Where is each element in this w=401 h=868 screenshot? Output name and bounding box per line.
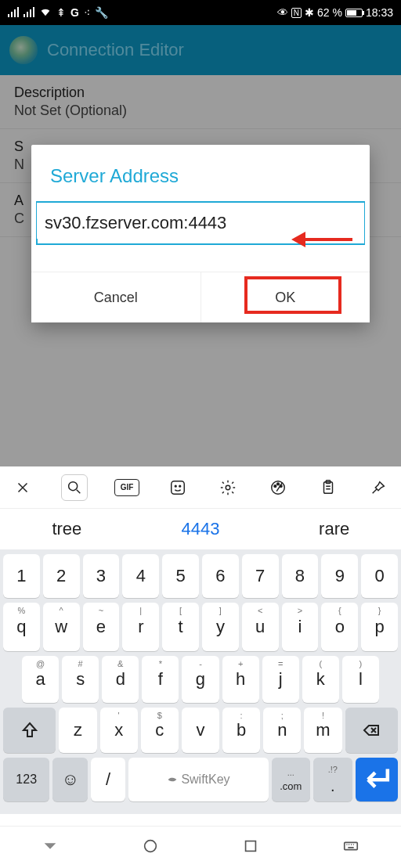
cancel-button[interactable]: Cancel	[31, 272, 201, 322]
key-e[interactable]: ~e	[83, 603, 120, 651]
svg-point-3	[179, 485, 181, 487]
svg-point-11	[145, 840, 157, 852]
key-8[interactable]: 8	[282, 554, 319, 598]
key-space[interactable]: SwiftKey	[128, 758, 268, 801]
key-dotcom[interactable]: ....com	[272, 758, 310, 801]
key-5[interactable]: 5	[162, 554, 199, 598]
eye-icon: 👁	[277, 6, 288, 19]
nav-home[interactable]	[142, 837, 159, 858]
key-m[interactable]: !m	[304, 708, 341, 753]
svg-point-6	[274, 484, 276, 487]
keyboard-container: GIF tree 4443 rare 1 2 3 4 5 6 7 8 9 0 %…	[0, 466, 401, 814]
status-time: 18:33	[366, 6, 393, 19]
theme-icon[interactable]	[266, 476, 290, 499]
g-icon: G	[70, 6, 79, 19]
svg-point-7	[277, 483, 280, 485]
key-g[interactable]: -g	[182, 656, 219, 703]
description-value: Not Set (Optional)	[14, 103, 387, 119]
suggestion-1[interactable]: tree	[0, 519, 134, 539]
navigation-bar	[0, 826, 401, 868]
key-period[interactable]: .!?.	[313, 758, 352, 801]
key-i[interactable]: >i	[282, 603, 319, 651]
svg-point-0	[69, 481, 78, 490]
settings-icon[interactable]	[216, 476, 240, 499]
key-6[interactable]: 6	[202, 554, 239, 598]
key-emoji[interactable]: ☺	[52, 758, 88, 801]
svg-point-2	[175, 485, 176, 487]
wrench-icon: 🔧	[95, 6, 108, 19]
key-2[interactable]: 2	[43, 554, 80, 598]
key-w[interactable]: ^w	[43, 603, 80, 651]
wifi-icon	[39, 5, 52, 20]
nav-keyboard-icon[interactable]	[342, 837, 359, 858]
key-x[interactable]: 'x	[100, 708, 138, 753]
bluetooth-icon: ✱	[305, 6, 314, 19]
search-icon[interactable]	[61, 474, 88, 501]
key-backspace[interactable]	[345, 708, 398, 753]
close-icon[interactable]	[11, 476, 34, 499]
dialog-title: Server Address	[31, 145, 370, 201]
key-h[interactable]: +h	[222, 656, 259, 703]
suggestion-2[interactable]: 4443	[134, 519, 268, 539]
key-enter[interactable]	[356, 758, 398, 801]
signal-icon-2	[23, 8, 34, 17]
key-z[interactable]: z	[59, 708, 96, 753]
key-s[interactable]: #s	[62, 656, 99, 703]
key-p[interactable]: }p	[361, 603, 398, 651]
key-9[interactable]: 9	[321, 554, 358, 598]
svg-rect-13	[345, 842, 358, 849]
key-o[interactable]: {o	[321, 603, 358, 651]
keyboard: 1 2 3 4 5 6 7 8 9 0 %q ^w ~e |r [t ]y <u…	[0, 549, 401, 814]
dots-icon: ⁖	[84, 6, 90, 19]
svg-rect-1	[172, 481, 185, 494]
clipboard-icon[interactable]	[316, 476, 340, 499]
key-l[interactable]: )l	[342, 656, 379, 703]
key-c[interactable]: $c	[141, 708, 179, 753]
ok-button[interactable]: OK	[201, 272, 370, 322]
key-v[interactable]: v	[182, 708, 219, 753]
key-n[interactable]: ;n	[263, 708, 301, 753]
svg-rect-12	[246, 841, 256, 851]
key-4[interactable]: 4	[122, 554, 159, 598]
pin-icon[interactable]	[367, 476, 390, 499]
keyboard-toolbar: GIF	[0, 466, 401, 509]
status-bar: ⇞ G ⁖ 🔧 👁 N ✱ 62 % 18:33	[0, 0, 401, 25]
key-d[interactable]: &d	[102, 656, 139, 703]
server-address-input[interactable]	[37, 213, 364, 233]
svg-point-4	[226, 485, 230, 490]
key-q[interactable]: %q	[3, 603, 40, 651]
key-r[interactable]: |r	[122, 603, 159, 651]
battery-pct: 62 %	[317, 6, 342, 19]
nav-back[interactable]	[42, 837, 59, 858]
key-t[interactable]: [t	[162, 603, 199, 651]
battery-icon	[345, 9, 363, 17]
upload-icon: ⇞	[56, 6, 66, 19]
suggestion-3[interactable]: rare	[267, 519, 401, 539]
key-f[interactable]: *f	[142, 656, 179, 703]
gif-icon[interactable]: GIF	[114, 479, 139, 496]
suggestion-bar: tree 4443 rare	[0, 509, 401, 549]
signal-icon	[8, 8, 19, 17]
nfc-icon: N	[291, 8, 302, 18]
key-j[interactable]: =j	[262, 656, 299, 703]
description-label: Description	[14, 85, 387, 101]
nav-recent[interactable]	[242, 837, 259, 858]
key-3[interactable]: 3	[83, 554, 120, 598]
key-a[interactable]: @a	[22, 656, 59, 703]
key-shift[interactable]	[3, 708, 56, 753]
key-u[interactable]: <u	[242, 603, 279, 651]
sticker-icon[interactable]	[166, 476, 190, 499]
key-slash[interactable]: /	[91, 758, 126, 801]
key-k[interactable]: (k	[302, 656, 339, 703]
key-1[interactable]: 1	[3, 554, 40, 598]
key-y[interactable]: ]y	[202, 603, 239, 651]
key-123[interactable]: 123	[3, 758, 49, 801]
key-0[interactable]: 0	[361, 554, 398, 598]
annotation-arrow	[291, 232, 352, 247]
key-b[interactable]: :b	[222, 708, 260, 753]
key-7[interactable]: 7	[242, 554, 279, 598]
